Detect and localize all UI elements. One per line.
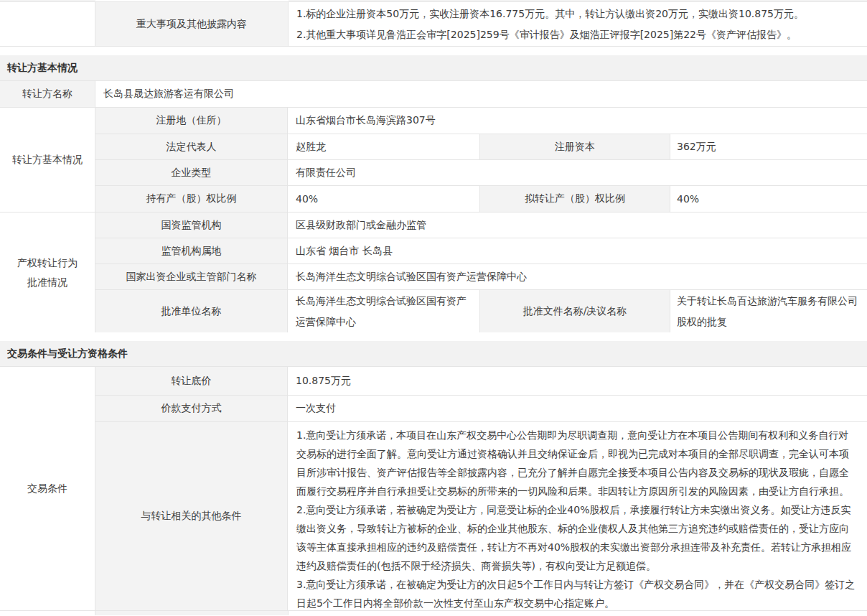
group-trade-conditions: 交易条件 转让底价 10.875万元 价款支付方式 一次支付 与转让相关的其他条…: [0, 367, 867, 611]
planned-ratio-label: 拟转让产（股）权比例: [480, 186, 670, 212]
table-row-regulator-region: 监管机构属地 山东省 烟台市 长岛县: [95, 238, 867, 264]
section-title-trade: 交易条件与受让方资格条件: [0, 341, 867, 367]
company-type-label: 企业类型: [95, 160, 288, 185]
group-approval-info-label: 产权转让行为批准情况: [0, 213, 95, 332]
disclosure-label: 重大事项及其他披露内容: [95, 2, 289, 46]
state-enterprise-value: 长岛海洋生态文明综合试验区国有资产运营保障中心: [288, 264, 867, 289]
group-basic-info-label: 转让方基本情况: [0, 108, 95, 212]
regulator-value: 区县级财政部门或金融办监管: [288, 213, 867, 238]
table-row-company-type: 企业类型 有限责任公司: [95, 160, 867, 186]
trade-section: 交易条件与受让方资格条件 交易条件 转让底价 10.875万元 价款支付方式 一…: [0, 341, 867, 615]
company-type-value: 有限责任公司: [288, 160, 867, 185]
regulator-region-label: 监管机构属地: [95, 238, 288, 263]
table-row-state-enterprise: 国家出资企业或主管部门名称 长岛海洋生态文明综合试验区国有资产运营保障中心: [95, 264, 867, 290]
regulator-region-value: 山东省 烟台市 长岛县: [288, 238, 867, 263]
section-gap: [0, 332, 867, 341]
table-row-legal-rep: 法定代表人 赵胜龙 注册资本 362万元: [95, 134, 867, 160]
holding-ratio-value: 40%: [288, 186, 480, 212]
approval-unit-value: 长岛海洋生态文明综合试验区国有资产运营保障中心: [288, 290, 480, 332]
state-enterprise-label: 国家出资企业或主管部门名称: [95, 264, 288, 289]
planned-ratio-value: 40%: [670, 186, 867, 212]
group-basic-info: 转让方基本情况 注册地（住所） 山东省烟台市长岛海滨路307号 法定代表人 赵胜…: [0, 108, 867, 213]
condition-paragraph-2: 2.意向受让方须承诺，若被确定为受让方，同意受让标的企业40%股权后，承接履行转…: [296, 500, 858, 575]
table-row-payment-method: 价款支付方式 一次支付: [95, 396, 867, 422]
table-row-holding-ratio: 持有产（股）权比例 40% 拟转让产（股）权比例 40%: [95, 186, 867, 212]
table-row-other-conditions: 与转让相关的其他条件 1.意向受让方须承诺，本项目在山东产权交易中心公告期即为尽…: [95, 422, 867, 610]
other-conditions-value: 1.意向受让方须承诺，本项目在山东产权交易中心公告期即为尽职调查期，意向受让方在…: [288, 422, 867, 610]
disclosure-line-1: 1.标的企业注册资本50万元，实收注册资本16.775万元。其中，转让方认缴出资…: [296, 4, 804, 24]
table-row-regulator: 国资监管机构 区县级财政部门或金融办监管: [95, 213, 867, 238]
transferor-section: 转让方基本情况 转让方名称 长岛县晟达旅游客运有限公司 转让方基本情况 注册地（…: [0, 55, 867, 332]
table-row-reg-address: 注册地（住所） 山东省烟台市长岛海滨路307号: [95, 108, 867, 134]
condition-paragraph-1: 1.意向受让方须承诺，本项目在山东产权交易中心公告期即为尽职调查期，意向受让方在…: [296, 426, 858, 500]
table-row-approval-unit: 批准单位名称 长岛海洋生态文明综合试验区国有资产运营保障中心 批准文件名称/决议…: [95, 290, 867, 332]
holding-ratio-label: 持有产（股）权比例: [95, 186, 288, 212]
section-gap: [0, 47, 867, 55]
transferor-name-value: 长岛县晟达旅游客运有限公司: [95, 81, 867, 107]
floor-price-value: 10.875万元: [288, 367, 867, 395]
approval-doc-label: 批准文件名称/决议名称: [480, 290, 670, 332]
payment-method-value: 一次支付: [288, 396, 867, 421]
group-approval-info: 产权转让行为批准情况 国资监管机构 区县级财政部门或金融办监管 监管机构属地 山…: [0, 213, 867, 332]
table-row-disclosure: 重大事项及其他披露内容 1.标的企业注册资本50万元，实收注册资本16.775万…: [0, 2, 867, 47]
approval-doc-value: 关于转让长岛百达旅游汽车服务有限公司股权的批复: [670, 290, 867, 332]
condition-paragraph-3: 3.意向受让方须承诺，在被确定为受让方的次日起5个工作日内与转让方签订《产权交易…: [296, 575, 858, 610]
reg-address-label: 注册地（住所）: [95, 108, 288, 134]
transferor-name-label: 转让方名称: [0, 81, 95, 107]
legal-rep-label: 法定代表人: [95, 134, 288, 159]
regulator-label: 国资监管机构: [95, 213, 288, 238]
group-trade-conditions-label: 交易条件: [0, 367, 95, 610]
disclosure-block: 重大事项及其他披露内容 1.标的企业注册资本50万元，实收注册资本16.775万…: [0, 0, 867, 47]
table-row-floor-price: 转让底价 10.875万元: [95, 367, 867, 396]
floor-price-label: 转让底价: [95, 367, 288, 395]
disclosure-outer-cell: [0, 2, 95, 46]
section-title-transferor: 转让方基本情况: [0, 55, 867, 81]
cutoff-row-bottom: [0, 611, 867, 615]
other-conditions-label: 与转让相关的其他条件: [95, 422, 288, 610]
reg-address-value: 山东省烟台市长岛海滨路307号: [288, 108, 867, 134]
table-row-transferor-name: 转让方名称 长岛县晟达旅游客运有限公司: [0, 81, 867, 108]
reg-capital-label: 注册资本: [480, 134, 670, 159]
approval-unit-label: 批准单位名称: [95, 290, 288, 332]
legal-rep-value: 赵胜龙: [288, 134, 480, 159]
reg-capital-value: 362万元: [670, 134, 867, 159]
disclosure-line-2: 2.其他重大事项详见鲁浩正会审字[2025]259号《审计报告》及烟浩正评报字[…: [296, 24, 797, 45]
payment-method-label: 价款支付方式: [95, 396, 288, 421]
disclosure-value: 1.标的企业注册资本50万元，实收注册资本16.775万元。其中，转让方认缴出资…: [289, 2, 867, 46]
